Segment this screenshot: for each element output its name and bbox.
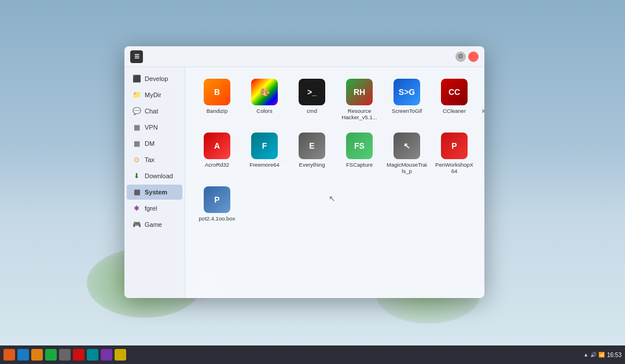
app-item-ccleaner[interactable]: CC CCleaner (432, 75, 477, 124)
app-name-iobit: IObitUninstal ler (482, 108, 484, 114)
sidebar-item-mydir[interactable]: 📁 MyDir (127, 87, 182, 102)
app-icon-penpot: P (441, 133, 468, 159)
sidebar-label-tax: Tax (145, 156, 155, 163)
app-item-everything[interactable]: E Everything (289, 129, 334, 178)
app-launcher-window: ☰ ⚙ ⬛ Develop 📁 MyDir 💬 Chat ▦ VPN ▦ DM … (124, 46, 484, 298)
app-icon-ccleaner: CC (441, 79, 468, 105)
sidebar-icon-game: 🎮 (133, 220, 141, 229)
sidebar-item-download[interactable]: ⬇ Download (127, 168, 182, 183)
app-item-penpot[interactable]: P PenWorkshopX64 (432, 129, 477, 178)
app-icon-cmd: >_ (299, 79, 325, 105)
app-item-resource-hacker[interactable]: RH Resource Hacker_v5.1... (337, 75, 382, 124)
sidebar-label-vpn: VPN (145, 124, 158, 131)
sidebar-item-develop[interactable]: ⬛ Develop (127, 71, 182, 86)
sidebar-icon-chat: 💬 (133, 107, 141, 115)
sidebar-icon-dm: ▦ (133, 139, 141, 148)
app-icon-magicmouse: ↖ (394, 133, 420, 159)
app-item-pot[interactable]: P pot2.4.1oo.box (194, 183, 240, 225)
taskbar-icon-store[interactable] (115, 349, 126, 361)
app-icon-freemore: F (251, 133, 278, 159)
sidebar-label-download: Download (145, 172, 173, 179)
sidebar-label-system: System (145, 189, 167, 196)
sidebar-item-dm[interactable]: ▦ DM (127, 136, 182, 151)
app-name-bandizip: Bandizip (207, 108, 227, 114)
sidebar-label-dm: DM (145, 140, 155, 147)
sidebar-icon-mydir: 📁 (133, 91, 141, 99)
app-name-screentogif: ScreenToGif (392, 108, 422, 114)
sidebar-label-fgrel: fgrel (145, 205, 157, 212)
app-name-cmd: cmd (307, 108, 317, 114)
window-logo: ☰ (130, 50, 143, 63)
app-item-screentogif[interactable]: S>G ScreenToGif (384, 75, 429, 124)
app-name-resource-hacker: Resource Hacker_v5.1... (339, 108, 380, 121)
app-icon-acrobat: A (204, 133, 230, 159)
app-name-pot: pot2.4.1oo.box (199, 215, 236, 222)
sidebar: ⬛ Develop 📁 MyDir 💬 Chat ▦ VPN ▦ DM ⊙ Ta… (124, 67, 185, 298)
taskbar-icon-settings[interactable] (101, 349, 112, 361)
app-name-ccleaner: CCleaner (443, 108, 466, 114)
system-tray: ▲ 🔊 📶 (583, 352, 605, 358)
app-grid: B Bandizip 🎨 Colors >_ cmd RH Resource H… (194, 75, 475, 225)
close-button[interactable] (468, 52, 479, 62)
app-item-qqmusic[interactable]: ♫ QQMusic (479, 129, 484, 178)
sidebar-item-tax[interactable]: ⊙ Tax (127, 152, 182, 167)
app-icon-pot: P (204, 186, 230, 213)
sidebar-icon-vpn: ▦ (133, 123, 141, 131)
app-name-colors: Colors (256, 108, 272, 114)
app-name-freemore: Freemore64 (249, 161, 280, 168)
sidebar-label-chat: Chat (145, 108, 158, 115)
app-item-cmd[interactable]: >_ cmd (289, 75, 334, 124)
sidebar-icon-fgrel: ✱ (133, 204, 141, 212)
window-body: ⬛ Develop 📁 MyDir 💬 Chat ▦ VPN ▦ DM ⊙ Ta… (124, 67, 484, 298)
taskbar: ▲ 🔊 📶 16:53 (0, 345, 625, 364)
app-item-magicmouse[interactable]: ↖ MagicMouseTrails_p (384, 129, 429, 178)
sidebar-item-chat[interactable]: 💬 Chat (127, 104, 182, 119)
app-name-acrobat: AcroRd32 (205, 161, 229, 168)
app-item-fscapture[interactable]: FS FSCapture (337, 129, 382, 178)
taskbar-icon-mail[interactable] (45, 349, 57, 361)
taskbar-icon-terminal[interactable] (59, 349, 71, 361)
sidebar-icon-system: ▦ (133, 188, 141, 196)
app-item-freemore[interactable]: F Freemore64 (242, 129, 287, 178)
sidebar-icon-download: ⬇ (133, 172, 141, 180)
main-content-area: B Bandizip 🎨 Colors >_ cmd RH Resource H… (185, 67, 484, 298)
sidebar-item-vpn[interactable]: ▦ VPN (127, 120, 182, 135)
app-icon-resource-hacker: RH (346, 79, 373, 105)
taskbar-icon-music[interactable] (87, 349, 98, 361)
taskbar-icon-files[interactable] (17, 349, 29, 361)
taskbar-time: 16:53 (607, 351, 622, 359)
app-icon-everything: E (299, 133, 325, 159)
app-item-iobit[interactable]: U IObitUninstal ler (479, 75, 484, 124)
app-icon-bandizip: B (204, 79, 230, 105)
app-name-penpot: PenWorkshopX64 (434, 161, 475, 175)
sidebar-label-mydir: MyDir (145, 91, 161, 98)
app-icon-screentogif: S>G (394, 79, 420, 105)
app-icon-colors: 🎨 (251, 79, 278, 105)
app-item-acrobat[interactable]: A AcroRd32 (194, 129, 240, 178)
taskbar-icon-browser[interactable] (31, 349, 43, 361)
title-bar: ☰ ⚙ (124, 46, 484, 67)
sidebar-item-fgrel[interactable]: ✱ fgrel (127, 201, 182, 216)
app-name-fscapture: FSCapture (346, 161, 373, 168)
taskbar-icon-media[interactable] (73, 349, 84, 361)
sidebar-icon-tax: ⊙ (133, 156, 141, 164)
sidebar-label-develop: Develop (145, 75, 168, 82)
sidebar-icon-develop: ⬛ (133, 75, 141, 83)
settings-button[interactable]: ⚙ (455, 52, 466, 62)
sidebar-item-system[interactable]: ▦ System (127, 185, 182, 200)
taskbar-icon-start[interactable] (3, 349, 15, 361)
app-item-bandizip[interactable]: B Bandizip (194, 75, 240, 124)
app-name-everything: Everything (299, 161, 325, 168)
app-item-colors[interactable]: 🎨 Colors (242, 75, 287, 124)
sidebar-label-game: Game (145, 221, 162, 228)
app-icon-fscapture: FS (346, 133, 373, 159)
sidebar-item-game[interactable]: 🎮 Game (127, 217, 182, 232)
app-name-magicmouse: MagicMouseTrails_p (387, 161, 427, 175)
